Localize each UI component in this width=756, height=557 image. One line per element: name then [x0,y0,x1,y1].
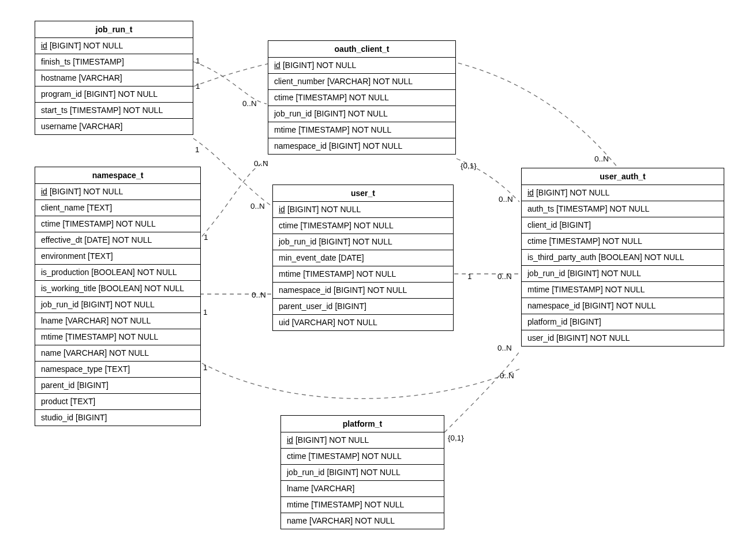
column-type: [BIGINT] NOT NULL [329,141,402,150]
column-name: environment [41,251,85,261]
column-name: id [41,41,47,50]
column-row: platform_id[BIGINT] [522,314,724,330]
column-type: [BOOLEAN] NOT NULL [99,284,184,293]
column-name: is_working_title [41,284,96,293]
column-type: [BIGINT] NOT NULL [50,41,123,50]
cardinality-label: 0..N [499,195,513,204]
column-row: studio_id[BIGINT] [35,410,200,426]
column-name: namespace_type [41,364,103,374]
table-oauth-client-t: oauth_client_t id[BIGINT] NOT NULLclient… [268,40,456,155]
column-type: [BIGINT] NOT NULL [314,109,387,118]
cardinality-label: 0..N [254,159,268,168]
table-user-auth-t: user_auth_t id[BIGINT] NOT NULLauth_ts[T… [521,168,724,347]
column-name: mtime [287,500,309,509]
column-type: [TEXT] [88,251,113,261]
column-type: [BIGINT] NOT NULL [319,237,392,246]
column-name: program_id [41,89,82,99]
column-name: mtime [279,269,301,278]
column-row: uid[VARCHAR] NOT NULL [273,315,453,330]
column-row: is_working_title[BOOLEAN] NOT NULL [35,281,200,297]
cardinality-label: 0..N [500,371,514,380]
column-name: ctime [287,451,306,461]
column-row: mtime[TIMESTAMP] NOT NULL [35,329,200,345]
column-type: [VARCHAR] NOT NULL [292,318,377,327]
column-type: [BIGINT] NOT NULL [287,205,361,214]
column-row: namespace_type[TEXT] [35,362,200,378]
column-type: [BIGINT] [76,413,107,422]
column-name: id [287,435,293,445]
column-name: mtime [274,125,296,134]
column-row: namespace_id[BIGINT] NOT NULL [268,138,455,154]
column-name: mtime [527,285,549,294]
column-row: effective_dt[DATE] NOT NULL [35,232,200,249]
column-list: id[BIGINT] NOT NULLauth_ts[TIMESTAMP] NO… [522,185,724,346]
column-name: user_id [527,333,554,343]
column-type: [TIMESTAMP] NOT NULL [295,93,388,102]
column-type: [VARCHAR] NOT NULL [65,316,151,325]
column-row: job_run_id[BIGINT] NOT NULL [273,234,453,250]
column-row: parent_user_id[BIGINT] [273,299,453,315]
column-list: id[BIGINT] NOT NULLfinish_ts[TIMESTAMP]h… [35,38,193,134]
column-type: [BIGINT] NOT NULL [295,435,369,445]
er-diagram: job_run_t id[BIGINT] NOT NULLfinish_ts[T… [0,0,756,557]
column-type: [BIGINT] [559,220,590,229]
column-row: hostname[VARCHAR] [35,70,193,86]
cardinality-label: 1 [203,308,208,317]
cardinality-label: {0,1} [461,161,477,170]
column-row: namespace_id[BIGINT] NOT NULL [522,298,724,314]
column-row: mtime[TIMESTAMP] NOT NULL [281,497,444,513]
column-type: [TIMESTAMP] NOT NULL [298,125,391,134]
column-type: [BIGINT] [77,381,108,390]
column-type: [BIGINT] NOT NULL [283,61,356,70]
column-row: parent_id[BIGINT] [35,378,200,394]
column-list: id[BIGINT] NOT NULLclient_number[VARCHAR… [268,58,455,154]
column-row: ctime[TIMESTAMP] NOT NULL [273,218,453,234]
column-name: job_run_id [279,237,316,246]
column-name: job_run_id [274,109,312,118]
column-row: product[TEXT] [35,394,200,410]
column-name: parent_id [41,381,74,390]
column-row: mtime[TIMESTAMP] NOT NULL [522,282,724,298]
column-name: hostname [41,73,76,82]
column-list: id[BIGINT] NOT NULLclient_name[TEXT]ctim… [35,184,200,426]
column-name: min_event_date [279,253,336,262]
column-row: id[BIGINT] NOT NULL [273,202,453,218]
column-type: [TIMESTAMP] NOT NULL [300,221,393,230]
column-type: [BIGINT] NOT NULL [536,188,609,197]
column-row: username[VARCHAR] [35,119,193,134]
column-row: lname[VARCHAR] [281,481,444,497]
column-row: job_run_id[BIGINT] NOT NULL [35,297,200,313]
column-type: [DATE] [339,253,364,262]
column-type: [BOOLEAN] NOT NULL [598,253,684,262]
column-row: user_id[BIGINT] NOT NULL [522,330,724,346]
column-name: auth_ts [527,204,554,213]
column-list: id[BIGINT] NOT NULLctime[TIMESTAMP] NOT … [281,432,444,529]
column-type: [TIMESTAMP] NOT NULL [549,236,642,246]
column-type: [BIGINT] NOT NULL [556,333,630,343]
column-name: job_run_id [527,269,565,278]
column-name: name [287,516,307,525]
column-type: [TIMESTAMP] NOT NULL [70,106,163,115]
column-type: [BIGINT] [570,317,601,326]
table-title: user_auth_t [522,168,724,185]
column-row: client_id[BIGINT] [522,217,724,234]
table-title: job_run_t [35,21,193,38]
table-title: namespace_t [35,167,200,184]
column-type: [TIMESTAMP] NOT NULL [65,332,158,341]
column-row: mtime[TIMESTAMP] NOT NULL [268,122,455,138]
column-name: finish_ts [41,57,70,66]
column-type: [BIGINT] [335,302,366,311]
column-row: job_run_id[BIGINT] NOT NULL [281,465,444,481]
column-type: [VARCHAR] NOT NULL [327,77,413,86]
column-type: [DATE] NOT NULL [84,235,152,244]
column-type: [VARCHAR] NOT NULL [63,348,149,357]
column-row: client_name[TEXT] [35,200,200,216]
column-name: name [41,348,61,357]
column-row: ctime[TIMESTAMP] NOT NULL [281,449,444,465]
column-row: program_id[BIGINT] NOT NULL [35,86,193,103]
column-name: ctime [279,221,298,230]
column-type: [TIMESTAMP] NOT NULL [311,500,404,509]
column-row: id[BIGINT] NOT NULL [522,185,724,201]
column-row: client_number[VARCHAR] NOT NULL [268,74,455,90]
column-row: job_run_id[BIGINT] NOT NULL [268,106,455,122]
